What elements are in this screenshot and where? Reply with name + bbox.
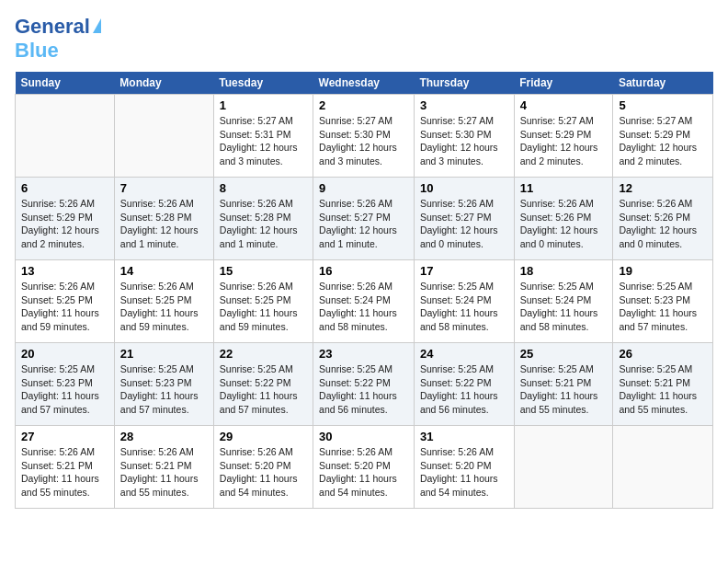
day-number: 4	[520, 98, 608, 112]
logo-text-general: General	[15, 15, 90, 39]
calendar-week-row: 6Sunrise: 5:26 AM Sunset: 5:29 PM Daylig…	[16, 178, 713, 260]
calendar-table: SundayMondayTuesdayWednesdayThursdayFrid…	[15, 72, 713, 509]
calendar-cell: 27Sunrise: 5:26 AM Sunset: 5:21 PM Dayli…	[16, 426, 115, 509]
day-number: 6	[21, 181, 108, 195]
weekday-header: Thursday	[414, 72, 514, 95]
day-number: 16	[319, 264, 408, 278]
weekday-header: Sunday	[16, 72, 115, 95]
calendar-cell: 13Sunrise: 5:26 AM Sunset: 5:25 PM Dayli…	[16, 260, 115, 343]
calendar-cell	[514, 426, 613, 509]
day-info: Sunrise: 5:26 AM Sunset: 5:28 PM Dayligh…	[220, 197, 307, 251]
day-number: 30	[319, 430, 408, 443]
calendar-cell: 7Sunrise: 5:26 AM Sunset: 5:28 PM Daylig…	[114, 178, 213, 260]
calendar-cell: 18Sunrise: 5:25 AM Sunset: 5:24 PM Dayli…	[514, 260, 613, 343]
weekday-header: Monday	[114, 72, 213, 95]
calendar-cell: 22Sunrise: 5:25 AM Sunset: 5:22 PM Dayli…	[213, 343, 313, 426]
calendar-cell: 26Sunrise: 5:25 AM Sunset: 5:21 PM Dayli…	[613, 343, 713, 426]
day-info: Sunrise: 5:25 AM Sunset: 5:23 PM Dayligh…	[619, 280, 707, 334]
calendar-header-row: SundayMondayTuesdayWednesdayThursdayFrid…	[16, 72, 713, 95]
calendar-week-row: 27Sunrise: 5:26 AM Sunset: 5:21 PM Dayli…	[16, 426, 713, 509]
calendar-cell: 1Sunrise: 5:27 AM Sunset: 5:31 PM Daylig…	[213, 95, 313, 178]
logo-triangle-icon	[93, 18, 101, 33]
calendar-cell	[16, 95, 115, 178]
calendar-cell: 31Sunrise: 5:26 AM Sunset: 5:20 PM Dayli…	[414, 426, 514, 509]
day-number: 18	[520, 264, 608, 278]
day-info: Sunrise: 5:26 AM Sunset: 5:27 PM Dayligh…	[319, 197, 408, 251]
day-number: 22	[220, 347, 307, 361]
day-info: Sunrise: 5:25 AM Sunset: 5:23 PM Dayligh…	[120, 362, 208, 417]
calendar-cell: 5Sunrise: 5:27 AM Sunset: 5:29 PM Daylig…	[613, 95, 713, 178]
day-info: Sunrise: 5:26 AM Sunset: 5:26 PM Dayligh…	[520, 197, 608, 251]
calendar-cell: 24Sunrise: 5:25 AM Sunset: 5:22 PM Dayli…	[414, 343, 514, 426]
day-info: Sunrise: 5:25 AM Sunset: 5:21 PM Dayligh…	[619, 362, 707, 417]
day-number: 14	[120, 264, 208, 278]
calendar-body: 1Sunrise: 5:27 AM Sunset: 5:31 PM Daylig…	[16, 95, 713, 509]
calendar-cell: 19Sunrise: 5:25 AM Sunset: 5:23 PM Dayli…	[613, 260, 713, 343]
calendar-cell: 23Sunrise: 5:25 AM Sunset: 5:22 PM Dayli…	[313, 343, 415, 426]
weekday-header: Wednesday	[313, 72, 415, 95]
day-number: 11	[520, 181, 608, 195]
day-number: 8	[220, 181, 307, 195]
day-info: Sunrise: 5:26 AM Sunset: 5:27 PM Dayligh…	[420, 197, 508, 251]
day-info: Sunrise: 5:25 AM Sunset: 5:23 PM Dayligh…	[21, 362, 108, 417]
day-number: 13	[21, 264, 108, 278]
calendar-cell: 11Sunrise: 5:26 AM Sunset: 5:26 PM Dayli…	[514, 178, 613, 260]
weekday-header: Tuesday	[213, 72, 313, 95]
day-info: Sunrise: 5:25 AM Sunset: 5:24 PM Dayligh…	[520, 280, 608, 334]
day-number: 9	[319, 181, 408, 195]
calendar-cell: 6Sunrise: 5:26 AM Sunset: 5:29 PM Daylig…	[16, 178, 115, 260]
day-number: 17	[420, 264, 508, 278]
logo: General Blue	[15, 15, 101, 63]
day-info: Sunrise: 5:27 AM Sunset: 5:29 PM Dayligh…	[619, 114, 707, 168]
calendar-cell: 14Sunrise: 5:26 AM Sunset: 5:25 PM Dayli…	[114, 260, 213, 343]
day-info: Sunrise: 5:25 AM Sunset: 5:22 PM Dayligh…	[420, 362, 508, 417]
day-info: Sunrise: 5:26 AM Sunset: 5:25 PM Dayligh…	[120, 280, 208, 334]
day-info: Sunrise: 5:26 AM Sunset: 5:20 PM Dayligh…	[420, 445, 508, 500]
day-number: 5	[619, 98, 707, 112]
calendar-cell: 16Sunrise: 5:26 AM Sunset: 5:24 PM Dayli…	[313, 260, 415, 343]
day-number: 28	[120, 430, 208, 443]
calendar-cell: 15Sunrise: 5:26 AM Sunset: 5:25 PM Dayli…	[213, 260, 313, 343]
day-number: 7	[120, 181, 208, 195]
logo-text-blue: Blue	[15, 39, 59, 62]
page-header: General Blue	[15, 15, 713, 63]
calendar-cell: 25Sunrise: 5:25 AM Sunset: 5:21 PM Dayli…	[514, 343, 613, 426]
day-info: Sunrise: 5:25 AM Sunset: 5:21 PM Dayligh…	[520, 362, 608, 417]
day-number: 19	[619, 264, 707, 278]
calendar-cell: 3Sunrise: 5:27 AM Sunset: 5:30 PM Daylig…	[414, 95, 514, 178]
day-info: Sunrise: 5:26 AM Sunset: 5:21 PM Dayligh…	[120, 445, 208, 500]
day-number: 31	[420, 430, 508, 443]
day-number: 29	[220, 430, 307, 443]
calendar-cell: 30Sunrise: 5:26 AM Sunset: 5:20 PM Dayli…	[313, 426, 415, 509]
day-number: 3	[420, 98, 508, 112]
day-info: Sunrise: 5:27 AM Sunset: 5:30 PM Dayligh…	[420, 114, 508, 168]
calendar-cell	[613, 426, 713, 509]
calendar-cell: 21Sunrise: 5:25 AM Sunset: 5:23 PM Dayli…	[114, 343, 213, 426]
calendar-cell: 2Sunrise: 5:27 AM Sunset: 5:30 PM Daylig…	[313, 95, 415, 178]
day-number: 27	[21, 430, 108, 443]
day-number: 24	[420, 347, 508, 361]
calendar-cell: 8Sunrise: 5:26 AM Sunset: 5:28 PM Daylig…	[213, 178, 313, 260]
day-number: 15	[220, 264, 307, 278]
day-number: 23	[319, 347, 408, 361]
day-number: 25	[520, 347, 608, 361]
day-number: 1	[220, 98, 307, 112]
calendar-cell: 20Sunrise: 5:25 AM Sunset: 5:23 PM Dayli…	[16, 343, 115, 426]
calendar-week-row: 13Sunrise: 5:26 AM Sunset: 5:25 PM Dayli…	[16, 260, 713, 343]
day-number: 26	[619, 347, 707, 361]
day-number: 10	[420, 181, 508, 195]
day-info: Sunrise: 5:26 AM Sunset: 5:20 PM Dayligh…	[220, 445, 307, 500]
day-number: 12	[619, 181, 707, 195]
day-info: Sunrise: 5:25 AM Sunset: 5:24 PM Dayligh…	[420, 280, 508, 334]
calendar-cell: 29Sunrise: 5:26 AM Sunset: 5:20 PM Dayli…	[213, 426, 313, 509]
calendar-cell: 17Sunrise: 5:25 AM Sunset: 5:24 PM Dayli…	[414, 260, 514, 343]
day-info: Sunrise: 5:26 AM Sunset: 5:29 PM Dayligh…	[21, 197, 108, 251]
calendar-cell: 12Sunrise: 5:26 AM Sunset: 5:26 PM Dayli…	[613, 178, 713, 260]
calendar-week-row: 20Sunrise: 5:25 AM Sunset: 5:23 PM Dayli…	[16, 343, 713, 426]
day-info: Sunrise: 5:26 AM Sunset: 5:25 PM Dayligh…	[21, 280, 108, 334]
day-info: Sunrise: 5:26 AM Sunset: 5:20 PM Dayligh…	[319, 445, 408, 500]
day-info: Sunrise: 5:26 AM Sunset: 5:25 PM Dayligh…	[220, 280, 307, 334]
calendar-cell: 9Sunrise: 5:26 AM Sunset: 5:27 PM Daylig…	[313, 178, 415, 260]
day-info: Sunrise: 5:26 AM Sunset: 5:21 PM Dayligh…	[21, 445, 108, 500]
day-info: Sunrise: 5:27 AM Sunset: 5:29 PM Dayligh…	[520, 114, 608, 168]
